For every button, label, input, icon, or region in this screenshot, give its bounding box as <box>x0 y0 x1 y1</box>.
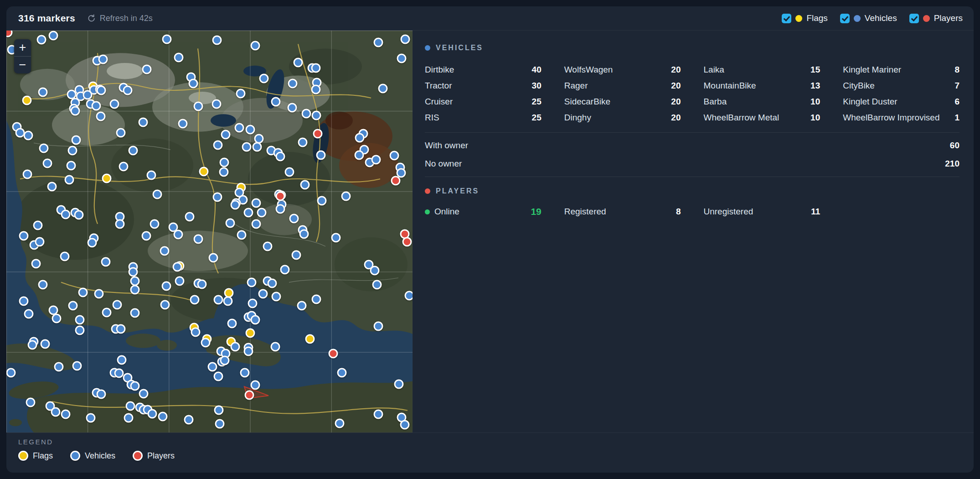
map-marker-vehicle[interactable] <box>317 196 327 205</box>
map-marker-vehicle[interactable] <box>83 90 93 99</box>
map-marker-vehicle[interactable] <box>267 279 277 288</box>
map-marker-vehicle[interactable] <box>293 58 303 68</box>
map-marker-vehicle[interactable] <box>6 368 15 377</box>
map-marker-vehicle[interactable] <box>207 362 217 372</box>
map-marker-vehicle[interactable] <box>335 418 344 428</box>
map-marker-vehicle[interactable] <box>280 265 290 275</box>
map-marker-vehicle[interactable] <box>113 300 122 309</box>
map-marker-vehicle[interactable] <box>116 324 126 333</box>
map-marker-vehicle[interactable] <box>271 97 280 106</box>
map-marker-vehicle[interactable] <box>230 200 240 210</box>
filter-toggle[interactable]: Players <box>909 13 963 23</box>
map-marker-vehicle[interactable] <box>237 230 246 240</box>
map-marker-flag[interactable] <box>102 174 112 183</box>
map-marker-vehicle[interactable] <box>394 380 403 389</box>
map-marker-vehicle[interactable] <box>271 292 281 302</box>
map-marker-vehicle[interactable] <box>223 296 233 306</box>
map-marker-vehicle[interactable] <box>244 208 253 218</box>
map-marker-vehicle[interactable] <box>184 415 194 424</box>
map-marker-vehicle[interactable] <box>244 347 253 356</box>
map-marker-vehicle[interactable] <box>128 267 138 277</box>
checkbox-icon[interactable] <box>840 14 850 23</box>
map-marker-vehicle[interactable] <box>36 35 46 45</box>
map-marker-vehicle[interactable] <box>374 321 383 331</box>
map-marker-vehicle[interactable] <box>61 209 71 219</box>
map-marker-vehicle[interactable] <box>220 356 230 365</box>
map-marker-vehicle[interactable] <box>288 79 298 89</box>
map-marker-vehicle[interactable] <box>40 339 50 349</box>
map-marker-vehicle[interactable] <box>139 389 149 398</box>
map-marker-vehicle[interactable] <box>160 246 169 255</box>
map-marker-vehicle[interactable] <box>71 106 80 116</box>
map-marker-vehicle[interactable] <box>130 276 139 286</box>
map-marker-vehicle[interactable] <box>173 262 182 272</box>
map-marker-vehicle[interactable] <box>374 410 383 419</box>
map-marker-vehicle[interactable] <box>289 214 299 224</box>
map-marker-vehicle[interactable] <box>38 280 48 289</box>
map-marker-vehicle[interactable] <box>215 419 224 429</box>
map-marker-vehicle[interactable] <box>311 294 321 304</box>
map-marker-vehicle[interactable] <box>276 151 285 161</box>
map-marker-vehicle[interactable] <box>175 276 184 286</box>
map-marker-vehicle[interactable] <box>236 89 246 99</box>
map-marker-vehicle[interactable] <box>115 219 124 229</box>
map-marker-vehicle[interactable] <box>97 390 106 399</box>
map-marker-vehicle[interactable] <box>300 180 309 190</box>
map-marker-flag[interactable] <box>245 328 255 338</box>
map-marker-vehicle[interactable] <box>212 36 222 45</box>
map-marker-vehicle[interactable] <box>258 289 268 299</box>
map-marker-vehicle[interactable] <box>370 266 380 275</box>
map-marker-vehicle[interactable] <box>31 259 41 268</box>
map-marker-vehicle[interactable] <box>297 301 306 311</box>
map-marker-vehicle[interactable] <box>101 257 111 266</box>
map-marker-vehicle[interactable] <box>162 34 171 44</box>
map-marker-vehicle[interactable] <box>173 229 183 239</box>
map-marker-vehicle[interactable] <box>24 309 34 319</box>
map-marker-vehicle[interactable] <box>60 252 70 261</box>
game-map[interactable]: + − <box>6 31 413 432</box>
map-marker-vehicle[interactable] <box>374 38 383 47</box>
map-marker-vehicle[interactable] <box>225 218 235 228</box>
map-marker-vehicle[interactable] <box>355 133 365 143</box>
map-marker-vehicle[interactable] <box>404 291 413 301</box>
map-marker-vehicle[interactable] <box>188 79 198 89</box>
map-marker-vehicle[interactable] <box>75 315 85 325</box>
map-marker-vehicle[interactable] <box>125 401 135 411</box>
map-marker-vehicle[interactable] <box>397 53 406 63</box>
filter-toggle[interactable]: Vehicles <box>840 13 897 23</box>
map-marker-vehicle[interactable] <box>185 212 194 221</box>
map-marker-vehicle[interactable] <box>251 315 260 325</box>
map-marker-vehicle[interactable] <box>61 410 71 419</box>
map-marker-vehicle[interactable] <box>88 238 97 248</box>
map-marker-vehicle[interactable] <box>400 420 410 430</box>
map-marker-vehicle[interactable] <box>178 119 187 128</box>
map-marker-vehicle[interactable] <box>19 231 29 241</box>
map-marker-vehicle[interactable] <box>130 381 139 390</box>
map-marker-vehicle[interactable] <box>252 142 262 151</box>
map-marker-vehicle[interactable] <box>263 242 272 251</box>
map-marker-vehicle[interactable] <box>33 221 42 230</box>
map-marker-vehicle[interactable] <box>245 125 255 134</box>
map-marker-vehicle[interactable] <box>230 342 240 352</box>
map-marker-vehicle[interactable] <box>19 296 29 306</box>
map-marker-vehicle[interactable] <box>400 34 410 44</box>
map-marker-vehicle[interactable] <box>96 111 105 121</box>
map-marker-vehicle[interactable] <box>191 327 201 337</box>
map-marker-player[interactable] <box>244 390 254 400</box>
map-marker-vehicle[interactable] <box>372 280 382 289</box>
map-marker-vehicle[interactable] <box>194 101 203 111</box>
map-marker-vehicle[interactable] <box>52 313 61 323</box>
map-marker-vehicle[interactable] <box>270 342 280 352</box>
map-marker-vehicle[interactable] <box>389 151 399 160</box>
map-marker-vehicle[interactable] <box>142 65 152 74</box>
map-marker-vehicle[interactable] <box>211 99 221 109</box>
map-marker-vehicle[interactable] <box>242 142 251 151</box>
map-marker-vehicle[interactable] <box>116 128 126 137</box>
map-marker-vehicle[interactable] <box>47 182 57 191</box>
map-marker-vehicle[interactable] <box>147 171 156 180</box>
map-marker-vehicle[interactable] <box>190 295 200 305</box>
map-marker-vehicle[interactable] <box>259 73 268 83</box>
map-marker-vehicle[interactable] <box>197 279 207 289</box>
map-marker-vehicle[interactable] <box>153 189 162 199</box>
map-marker-vehicle[interactable] <box>123 86 133 95</box>
